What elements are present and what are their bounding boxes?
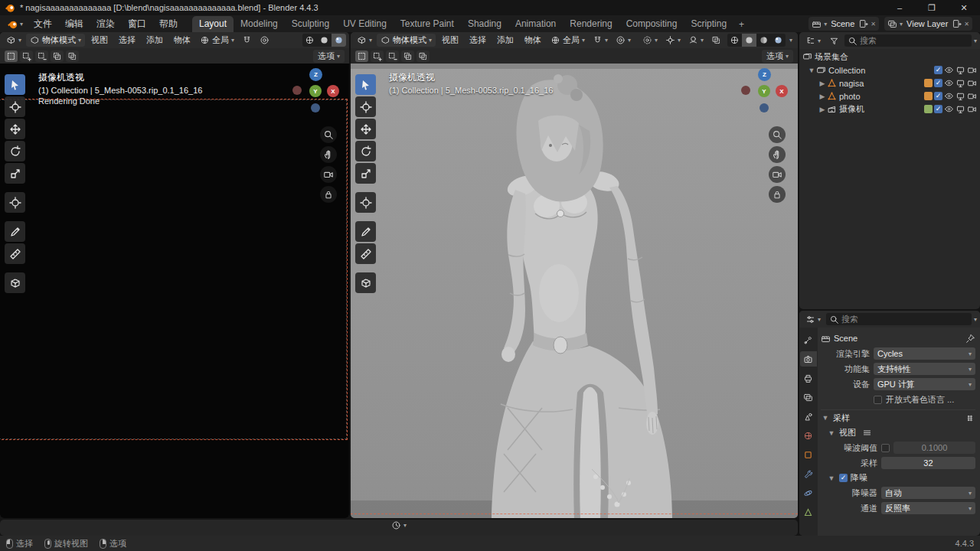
render-camera-icon[interactable]	[967, 104, 977, 114]
object-checkbox[interactable]: ✓	[934, 105, 942, 113]
gizmo-axis-x[interactable]: X	[327, 85, 339, 97]
monitor-icon[interactable]	[956, 104, 965, 114]
xray-toggle[interactable]	[708, 34, 724, 47]
outliner-options-dropdown[interactable]: ▾	[974, 37, 977, 44]
object-menu[interactable]: 物体	[169, 33, 195, 47]
gizmo-axis-z[interactable]: Z	[758, 68, 771, 81]
view-menu[interactable]: 视图	[437, 33, 463, 47]
lock-view-icon[interactable]	[769, 186, 786, 203]
collection-checkbox[interactable]: ✓	[934, 66, 942, 74]
transform-orientation-dropdown[interactable]: 全局 ▾	[547, 34, 588, 47]
noise-threshold-checkbox[interactable]	[881, 444, 890, 452]
tool-scale[interactable]	[5, 163, 25, 184]
denoiser-select[interactable]: 自动▾	[881, 487, 975, 499]
select-mode-extend-button[interactable]	[20, 51, 33, 62]
select-mode-intersect-button[interactable]	[416, 51, 430, 62]
expand-chevron-icon[interactable]: ▶	[818, 106, 827, 113]
tab-scene[interactable]	[800, 409, 817, 424]
zoom-icon[interactable]	[769, 126, 786, 143]
outliner-row-nagisa[interactable]: ▶ nagisa ✓	[799, 77, 980, 90]
presets-icon[interactable]	[965, 413, 975, 423]
editor-type-button[interactable]: ▾	[802, 313, 824, 326]
add-workspace-button[interactable]: +	[733, 17, 750, 32]
workspace-tab-rendering[interactable]: Rendering	[563, 16, 619, 32]
tab-tool[interactable]	[800, 332, 817, 347]
workspace-tab-layout[interactable]: Layout	[192, 16, 234, 32]
select-mode-new-button[interactable]	[5, 51, 18, 62]
character-model[interactable]	[351, 64, 798, 518]
render-camera-icon[interactable]	[967, 65, 977, 75]
editor-type-button[interactable]: ▾	[802, 34, 824, 47]
tool-rotate[interactable]	[5, 141, 25, 161]
outliner-row-photo[interactable]: ▶ photo ✓	[799, 90, 980, 103]
editor-type-button[interactable]: ▾	[354, 34, 375, 47]
proportional-editing-toggle[interactable]	[256, 34, 273, 47]
sampling-viewport-subsection[interactable]: ▼ 视图	[821, 425, 975, 440]
app-menu-button[interactable]: ▾	[3, 18, 27, 30]
tab-output[interactable]	[800, 370, 817, 386]
select-menu[interactable]: 选择	[114, 33, 140, 47]
transform-orientation-dropdown[interactable]: 全局 ▾	[197, 34, 237, 47]
gizmo-axis-x-neg[interactable]	[741, 86, 750, 95]
view-menu[interactable]: 视图	[87, 33, 113, 47]
proportional-editing-toggle[interactable]: ▾	[612, 34, 634, 47]
eye-icon[interactable]	[944, 65, 954, 75]
shading-rendered-button[interactable]	[332, 34, 346, 47]
menu-edit[interactable]: 编辑	[59, 16, 90, 32]
workspace-tab-texture-paint[interactable]: Texture Paint	[394, 16, 461, 32]
mode-dropdown[interactable]: 物体模式 ▾	[26, 34, 85, 47]
tool-measure[interactable]	[355, 243, 376, 264]
tab-modifiers[interactable]	[800, 466, 817, 481]
tab-render[interactable]	[800, 351, 817, 367]
editor-type-button[interactable]: ▾	[388, 520, 410, 531]
viewport-left-canvas[interactable]: 摄像机透视 (1) Collection | 5_Mesh-0053.rip_0…	[0, 64, 349, 518]
tool-cursor[interactable]	[5, 96, 25, 117]
eye-icon[interactable]	[944, 91, 954, 101]
snap-toggle[interactable]	[239, 34, 255, 47]
select-mode-subtract-button[interactable]	[35, 51, 48, 62]
outliner-row-camera[interactable]: ▶ 摄像机 ✓	[799, 103, 980, 116]
render-camera-icon[interactable]	[967, 91, 977, 101]
denoise-subsection[interactable]: ▼ ✓ 降噪	[821, 471, 975, 485]
shading-rendered-button[interactable]	[771, 34, 786, 47]
select-menu[interactable]: 选择	[465, 33, 491, 47]
select-mode-new-button[interactable]	[355, 51, 368, 62]
gizmo-axis-x-neg[interactable]	[292, 86, 302, 95]
shading-solid-button[interactable]	[317, 34, 332, 47]
camera-view-icon[interactable]	[769, 166, 786, 183]
navigation-gizmo[interactable]: Z Y X	[740, 67, 789, 116]
gizmo-axis-z-neg[interactable]	[311, 103, 320, 112]
collapse-chevron-icon[interactable]: ▼	[807, 67, 816, 74]
unlink-scene-icon[interactable]: ✕	[871, 21, 876, 28]
viewport-main-canvas[interactable]: 摄像机透视 (1) Collection | 5_Mesh-0053.rip_0…	[351, 64, 798, 518]
tool-scale[interactable]	[355, 163, 376, 184]
properties-options-dropdown[interactable]: ▾	[974, 316, 977, 323]
new-view-layer-icon[interactable]	[952, 19, 962, 29]
noise-threshold-field[interactable]: 0.1000	[893, 442, 975, 454]
tab-physics[interactable]	[800, 485, 817, 500]
workspace-tab-animation[interactable]: Animation	[508, 16, 563, 32]
tab-object-data[interactable]	[800, 504, 817, 520]
samples-field[interactable]: 32	[881, 457, 975, 469]
object-menu[interactable]: 物体	[520, 33, 546, 47]
menu-lines-icon[interactable]	[862, 428, 872, 438]
workspace-tab-sculpting[interactable]: Sculpting	[285, 16, 336, 32]
gizmos-toggle[interactable]: ▾	[662, 34, 684, 47]
pan-hand-icon[interactable]	[769, 146, 786, 163]
menu-render[interactable]: 渲染	[90, 16, 121, 32]
scene-selector[interactable]: ▾ Scene ✕	[808, 17, 879, 31]
tool-move[interactable]	[355, 119, 376, 139]
mode-dropdown[interactable]: 物体模式 ▾	[377, 34, 436, 47]
workspace-tab-uv-editing[interactable]: UV Editing	[336, 16, 394, 32]
workspace-tab-modeling[interactable]: Modeling	[234, 16, 285, 32]
render-camera-icon[interactable]	[967, 78, 977, 88]
add-menu[interactable]: 添加	[142, 33, 168, 47]
outliner-filter-button[interactable]	[826, 34, 842, 47]
view-layer-selector[interactable]: ▾ View Layer ✕	[884, 17, 972, 31]
gizmo-axis-x[interactable]: X	[776, 85, 788, 97]
select-mode-subtract-button[interactable]	[386, 51, 399, 62]
tool-options-dropdown[interactable]: 选项▾	[313, 50, 345, 63]
shading-wireframe-button[interactable]	[302, 34, 317, 47]
monitor-icon[interactable]	[956, 91, 965, 101]
minimize-button[interactable]: –	[884, 0, 916, 15]
